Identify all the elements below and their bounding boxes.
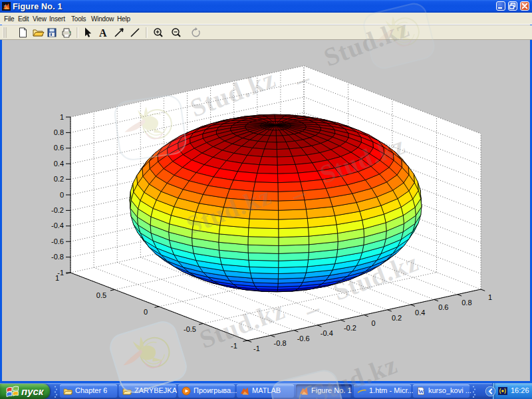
svg-text:-0.4: -0.4 (321, 329, 333, 337)
svg-text:0.2: 0.2 (54, 175, 64, 183)
svg-text:-0.2: -0.2 (344, 324, 356, 332)
svg-text:0.5: 0.5 (96, 291, 106, 299)
svg-text:-0.6: -0.6 (297, 334, 310, 342)
svg-text:1: 1 (55, 274, 59, 282)
svg-text:0.8: 0.8 (462, 299, 471, 307)
svg-text:0: 0 (60, 191, 64, 199)
svg-text:0.8: 0.8 (54, 128, 64, 136)
svg-text:-0.2: -0.2 (51, 206, 64, 214)
svg-text:W: W (418, 388, 424, 395)
svg-text:-0.8: -0.8 (274, 339, 287, 347)
svg-text:0.6: 0.6 (54, 144, 64, 152)
svg-text:0: 0 (371, 319, 375, 327)
svg-text:1: 1 (488, 293, 492, 301)
svg-text:0.4: 0.4 (54, 160, 64, 168)
svg-text:-0.6: -0.6 (51, 237, 64, 245)
svg-text:-0.8: -0.8 (51, 253, 64, 261)
svg-text:0.2: 0.2 (392, 314, 402, 322)
svg-text:0.6: 0.6 (438, 303, 448, 311)
svg-text:-1: -1 (253, 344, 260, 352)
svg-text:0.4: 0.4 (415, 309, 425, 317)
svg-text:1: 1 (60, 113, 64, 121)
svg-text:-0.5: -0.5 (184, 325, 196, 333)
svg-text:A: A (99, 27, 107, 39)
svg-text:0: 0 (144, 308, 148, 316)
svg-text:-0.4: -0.4 (51, 221, 64, 229)
